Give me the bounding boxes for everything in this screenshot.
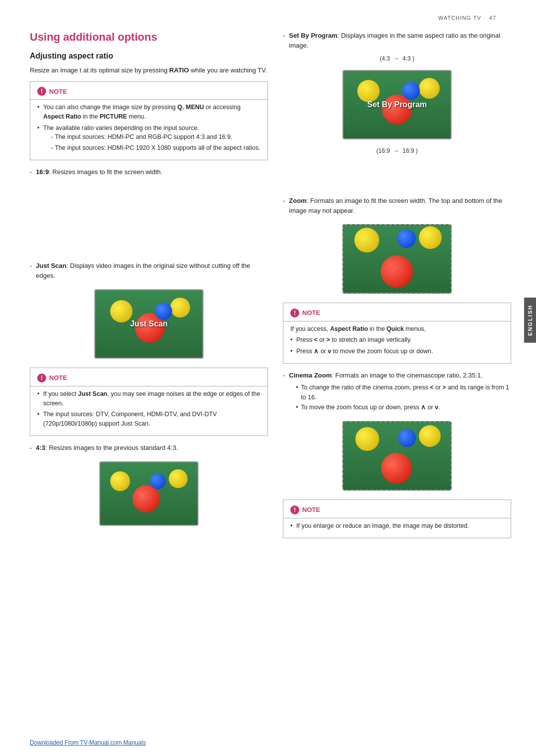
dash-just-scan: - xyxy=(30,261,32,280)
note-box-enlarge: ! NOTE If you enlarge or reduce an image… xyxy=(283,500,511,538)
dash-43: - xyxy=(30,443,32,453)
note-item-1-2: The available ratio varies depending on … xyxy=(37,124,261,153)
ball-yellow-cinema-1 xyxy=(355,427,379,451)
dash-cinema-zoom: - xyxy=(283,371,285,413)
ratio-indicator-1: (4:3 → 4:3 ) xyxy=(283,55,511,62)
set-by-program-screen: Set By Program xyxy=(342,70,452,139)
dash-1: - xyxy=(30,167,32,177)
ball-yellow-43-1 xyxy=(110,471,130,491)
ball-yellow-2 xyxy=(170,298,190,317)
right-column: - Set By Program: Displays images in the… xyxy=(283,31,511,545)
set-by-program-content: Set By Program: Displays images in the s… xyxy=(289,31,511,50)
note-icon-aspect-ratio: ! xyxy=(290,309,299,317)
ratio-43-screen xyxy=(99,461,199,526)
note-header-just-scan: ! NOTE xyxy=(37,373,261,383)
set-by-program-screen-label: Set By Program xyxy=(367,100,427,109)
english-tab: ENGLISH xyxy=(524,298,536,343)
ratio-from-1: 4:3 xyxy=(382,55,390,62)
note-just-scan-item-1: If you select Just Scan, you may see ima… xyxy=(37,389,261,408)
note-header-enlarge: ! NOTE xyxy=(290,505,504,515)
note-sub-2: - The input sources: HDMI-PC 1920 X 1080… xyxy=(43,143,261,153)
cinema-zoom-label: Cinema Zoom xyxy=(289,372,332,379)
set-by-program-screen-wrapper: Set By Program xyxy=(283,66,511,143)
zoom-label: Zoom xyxy=(289,197,306,204)
ball-red-cinema xyxy=(381,453,412,484)
ratio-43-desc: Resizes images to the previous standard … xyxy=(49,444,178,451)
ratio-43-item: - 4:3: Resizes images to the previous st… xyxy=(30,443,268,453)
intro-text-before: Resize an image t at its optimal size by… xyxy=(30,66,167,74)
note-header-aspect-ratio: ! NOTE xyxy=(290,308,504,318)
set-by-program-item: - Set By Program: Displays images in the… xyxy=(283,31,511,50)
note-list-1: You can also change the image size by pr… xyxy=(37,103,261,153)
note-icon-just-scan: ! xyxy=(37,374,46,382)
cinema-zoom-screen xyxy=(342,421,452,491)
ball-blue-43 xyxy=(150,473,166,489)
note-enlarge-item-1: If you enlarge or reduce an image, the i… xyxy=(290,521,504,531)
page-header: WATCHING TV 47 xyxy=(30,15,511,21)
ratio-169-item: - 16:9: Resizes images to fit the screen… xyxy=(30,167,268,177)
note-sub-1: - The input sources: HDMI-PC and RGB-PC … xyxy=(43,132,261,142)
note-label-just-scan: NOTE xyxy=(49,373,67,383)
just-scan-desc: Displays video images in the original si… xyxy=(36,262,250,279)
just-scan-screen-label: Just Scan xyxy=(130,319,168,328)
ratio-bold: RATIO xyxy=(169,66,189,74)
ratio-43-content: 4:3: Resizes images to the previous stan… xyxy=(36,443,268,453)
bottom-link[interactable]: Downloaded From TV-Manual.com Manuals xyxy=(30,739,146,746)
ball-yellow-zoom-1 xyxy=(354,228,379,252)
ratio-169-content: 16:9: Resizes images to fit the screen w… xyxy=(36,167,268,177)
zoom-desc: Formats an image to fit the screen width… xyxy=(289,197,502,214)
dash-zoom: - xyxy=(283,196,285,215)
subtitle: Adjusting aspect ratio xyxy=(30,52,268,61)
note-box-aspect-ratio: ! NOTE If you access, Aspect Ratio in th… xyxy=(283,303,511,364)
ball-blue-1 xyxy=(155,303,172,320)
watching-tv-label: WATCHING TV xyxy=(438,15,481,21)
ball-red-43 xyxy=(133,485,160,512)
note-label-1: NOTE xyxy=(49,87,67,97)
cinema-zoom-list: To change the ratio of the cinema zoom, … xyxy=(289,382,511,412)
ratio-169-label: 16:9 xyxy=(36,168,49,176)
just-scan-content: Just Scan: Displays video images in the … xyxy=(36,261,268,280)
note-label-aspect-ratio: NOTE xyxy=(302,308,320,318)
cinema-zoom-content: Cinema Zoom: Formats an image to the cin… xyxy=(289,371,511,413)
note-list-just-scan: If you select Just Scan, you may see ima… xyxy=(37,389,261,429)
cinema-zoom-screen-wrapper xyxy=(283,417,511,495)
ratio-indicator-2: (16:9 → 16:9 ) xyxy=(283,147,511,154)
just-scan-label: Just Scan xyxy=(36,262,66,269)
note-header-1: ! NOTE xyxy=(37,87,261,97)
ratio-to-1: 4:3 xyxy=(402,55,411,62)
ratio-169-spacer xyxy=(30,182,268,261)
section-title: Using additional options xyxy=(30,31,268,44)
ball-red-zoom xyxy=(381,255,413,288)
note-box-just-scan: ! NOTE If you select Just Scan, you may … xyxy=(30,368,268,436)
note-item-1-1: You can also change the image size by pr… xyxy=(37,103,261,122)
ratio-to-2: 16:9 xyxy=(402,147,414,154)
just-scan-tv-content: Just Scan xyxy=(95,290,202,358)
ball-blue-zoom xyxy=(397,229,416,248)
ball-yellow-sbp-2 xyxy=(419,78,440,99)
intro-text: Resize an image t at its optimal size by… xyxy=(30,65,268,75)
note-box-1: ! NOTE You can also change the image siz… xyxy=(30,81,268,160)
zoom-screen xyxy=(342,224,452,294)
intro-text-after: while you are watching TV. xyxy=(191,66,267,74)
note-just-scan-item-2: The input sources: DTV, Component, HDMI-… xyxy=(37,410,261,429)
note-label-enlarge: NOTE xyxy=(302,505,320,515)
note-icon-1: ! xyxy=(37,87,46,96)
dash-sbp: - xyxy=(283,31,285,50)
note-enlarge-list: If you enlarge or reduce an image, the i… xyxy=(290,521,504,531)
left-column: Using additional options Adjusting aspec… xyxy=(30,31,268,545)
zoom-item: - Zoom: Formats an image to fit the scre… xyxy=(283,196,511,215)
page-number: 47 xyxy=(489,15,496,21)
set-by-program-label: Set By Program xyxy=(289,32,337,39)
ball-red-sbp xyxy=(382,95,412,125)
cinema-zoom-tv-content xyxy=(343,422,451,490)
ball-yellow-cinema-2 xyxy=(419,425,441,447)
ratio-43-screen-wrapper xyxy=(30,457,268,530)
ball-blue-cinema xyxy=(398,429,416,447)
just-scan-screen: Just Scan xyxy=(94,289,203,359)
right-spacer-1 xyxy=(283,156,511,196)
cinema-zoom-item: - Cinema Zoom: Formats an image to the c… xyxy=(283,371,511,413)
just-scan-screen-wrapper: Just Scan xyxy=(30,285,268,363)
cinema-zoom-item-2: To move the zoom focus up or down, press… xyxy=(296,402,511,412)
zoom-tv-content xyxy=(343,225,451,293)
ratio-169-desc: Resizes images to fit the screen width. xyxy=(53,168,163,176)
